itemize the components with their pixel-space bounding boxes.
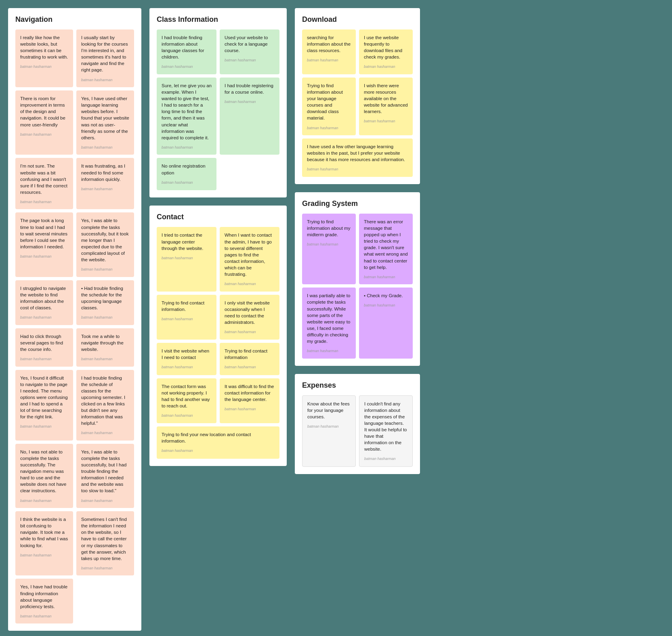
class-card-5: No online registration option batman has… (157, 158, 216, 190)
grading-card-2-author: batman hasharman (364, 275, 408, 280)
nav-card-10: Had trouble finding the schedule for the… (76, 280, 134, 325)
expenses-card-1-text: Know about the fees for your language co… (307, 401, 350, 419)
contact-card-3: Trying to find contact information. batm… (157, 295, 216, 340)
contact-card-9-author: batman hasharman (162, 448, 275, 453)
contact-card-5-author: batman hasharman (162, 365, 212, 370)
grading-system-title: Grading System (302, 199, 413, 208)
contact-card-4: I only visit the website occasionally wh… (220, 295, 279, 340)
nav-card-4-author: batman hasharman (81, 145, 129, 150)
contact-card-6-text: Trying to find contact information (225, 348, 267, 360)
class-card-5-text: No online registration option (162, 164, 206, 175)
download-card-3: Trying to find information about your la… (302, 78, 356, 135)
nav-card-1-author: batman hasharman (20, 64, 68, 69)
nav-card-8-author: batman hasharman (81, 267, 129, 272)
contact-card-6-author: batman hasharman (225, 365, 275, 370)
grading-system-grid: Trying to find information about my midt… (302, 214, 413, 359)
grading-card-4-author: batman hasharman (364, 303, 408, 308)
download-card-1-text: searching for information about the clas… (307, 35, 351, 53)
contact-card-9-text: Trying to find your new location and con… (162, 432, 251, 443)
contact-card-2-author: batman hasharman (225, 281, 275, 287)
download-card-2-author: batman hasharman (364, 64, 408, 69)
class-card-1-author: batman hasharman (162, 64, 212, 69)
nav-card-18: Sometimes I can't find the information I… (76, 511, 134, 575)
nav-card-10-author: batman hasharman (81, 315, 129, 320)
download-card-1: searching for information about the clas… (302, 29, 356, 74)
class-information-title: Class Information (157, 15, 279, 24)
nav-card-18-author: batman hasharman (81, 566, 129, 571)
grading-card-3: I was partially able to complete the tas… (302, 288, 356, 358)
expenses-panel: Expenses Know about the fees for your la… (295, 374, 420, 474)
nav-card-16-author: batman hasharman (81, 498, 129, 504)
nav-card-19: Yes, I have had trouble finding informat… (15, 579, 73, 623)
download-panel: Download searching for information about… (295, 8, 420, 184)
class-card-3-text: Sure, let me give you an example. When I… (162, 83, 212, 140)
contact-card-5: I visit the website when I need to conta… (157, 343, 216, 375)
nav-card-10-text: Had trouble finding the schedule for the… (81, 286, 123, 310)
nav-card-9-author: batman hasharman (20, 315, 68, 320)
contact-title: Contact (157, 213, 279, 221)
nav-card-12-text: Took me a while to navigate through the … (81, 334, 124, 352)
navigation-cards-grid: I really like how the website looks, but… (15, 29, 134, 623)
contact-card-7: The contact form was not working properl… (157, 378, 216, 423)
right-column: Download searching for information about… (295, 8, 420, 474)
expenses-card-1: Know about the fees for your language co… (302, 395, 356, 467)
contact-card-7-author: batman hasharman (162, 413, 212, 418)
grading-card-1: Trying to find information about my midt… (302, 214, 356, 284)
grading-system-panel: Grading System Trying to find informatio… (295, 192, 420, 366)
nav-card-15: No, I was not able to complete the tasks… (15, 444, 73, 508)
contact-card-2-text: When I want to contact the admin, I have… (225, 233, 272, 277)
nav-card-5-author: batman hasharman (20, 199, 68, 205)
nav-card-19-author: batman hasharman (20, 614, 68, 619)
nav-card-2: I usually start by looking for the cours… (76, 29, 134, 87)
nav-card-1-text: I really like how the website looks, but… (20, 35, 68, 59)
contact-card-1-author: batman hasharman (162, 256, 212, 261)
class-card-2: Used your website to check for a languag… (220, 29, 279, 74)
nav-card-3-text: There is room for improvement in terms o… (20, 96, 65, 127)
class-card-1: I had trouble finding information about … (157, 29, 216, 74)
grading-card-3-text: I was partially able to complete the tas… (307, 293, 350, 344)
class-information-grid: I had trouble finding information about … (157, 29, 279, 190)
class-information-panel: Class Information I had trouble finding … (149, 8, 287, 197)
expenses-card-2: I couldn't find any information about th… (359, 395, 413, 467)
nav-card-14: I had trouble finding the schedule of cl… (76, 370, 134, 441)
grading-card-4-text: Check my Grade. (364, 293, 403, 298)
download-title: Download (302, 15, 413, 24)
nav-card-6-text: It was frustrating, as I needed to find … (81, 164, 125, 181)
nav-card-14-text: I had trouble finding the schedule of cl… (81, 376, 125, 426)
nav-card-12-author: batman hasharman (81, 357, 129, 362)
nav-card-17-text: I think the website is a bit confusing t… (20, 517, 68, 548)
expenses-title: Expenses (302, 381, 413, 390)
class-card-4-author: batman hasharman (225, 99, 275, 105)
nav-card-9-text: I struggled to navigate the website to f… (20, 286, 66, 310)
grading-card-2-text: There was an error message that popped u… (364, 219, 408, 270)
nav-card-4: Yes, I have used other language learning… (76, 90, 134, 155)
expenses-cards-grid: Know about the fees for your language co… (302, 395, 413, 467)
download-card-2-text: I use the website frequently to download… (364, 35, 402, 59)
download-card-2: I use the website frequently to download… (359, 29, 413, 74)
navigation-title: Navigation (15, 15, 134, 24)
download-card-3-author: batman hasharman (307, 126, 351, 131)
nav-card-2-author: batman hasharman (81, 78, 129, 83)
nav-card-7-author: batman hasharman (20, 254, 68, 259)
page-layout: Navigation I really like how the website… (8, 8, 664, 631)
nav-card-19-text: Yes, I have had trouble finding informat… (20, 584, 67, 609)
nav-card-1: I really like how the website looks, but… (15, 29, 73, 87)
contact-card-3-author: batman hasharman (162, 317, 212, 322)
nav-card-17-author: batman hasharman (20, 553, 68, 558)
contact-panel: Contact I tried to contact the language … (149, 206, 287, 466)
contact-card-2: When I want to contact the admin, I have… (220, 227, 279, 291)
expenses-card-2-text: I couldn't find any information about th… (364, 401, 407, 452)
middle-column: Class Information I had trouble finding … (149, 8, 287, 466)
nav-card-4-text: Yes, I have used other language learning… (81, 96, 129, 140)
grading-card-3-author: batman hasharman (307, 348, 351, 354)
nav-card-9: I struggled to navigate the website to f… (15, 280, 73, 325)
nav-card-15-author: batman hasharman (20, 498, 68, 504)
download-card-1-author: batman hasharman (307, 58, 351, 63)
download-card-5: I have used a few other language learnin… (302, 139, 413, 177)
contact-card-8-author: batman hasharman (225, 407, 275, 412)
expenses-card-1-author: batman hasharman (307, 424, 351, 429)
class-card-2-text: Used your website to check for a languag… (225, 35, 268, 53)
nav-card-2-text: I usually start by looking for the cours… (81, 35, 128, 72)
contact-card-8: It was difficult to find the contact inf… (220, 378, 279, 423)
contact-card-1: I tried to contact the language center t… (157, 227, 216, 291)
